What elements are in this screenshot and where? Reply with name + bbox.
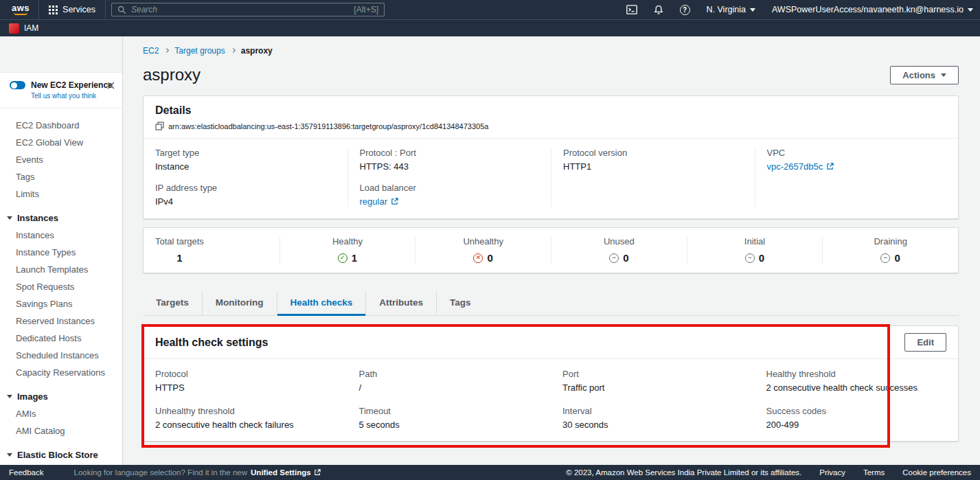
chevron-down-icon [968,8,973,12]
actions-button-label: Actions [902,70,935,80]
main-content: EC2 Target groups asproxy asproxy Action… [123,36,980,465]
footer: Feedback Looking for language selection?… [0,465,980,480]
copy-icon[interactable] [155,122,164,130]
tab-attributes[interactable]: Attributes [365,291,436,315]
sidebar-item-tags[interactable]: Tags [0,168,122,185]
tab-targets[interactable]: Targets [143,291,202,315]
minus-circle-icon: − [745,253,755,263]
stat-healthy: Healthy ✓ 1 [280,236,415,264]
close-icon[interactable] [107,82,115,89]
actions-button[interactable]: Actions [890,66,959,84]
details-card: Details arn:aws:elasticloadbalancing:us-… [143,95,959,219]
nav-right: ? N. Virginia AWSPowerUserAccess/navanee… [626,5,973,15]
edit-button[interactable]: Edit [904,333,946,352]
field-ip-address-type: IP address type IPv4 [155,183,336,207]
sidebar-item-capacity-reservations[interactable]: Capacity Reservations [0,364,122,381]
new-experience-subtitle[interactable]: Tell us what you think [31,92,114,100]
services-menu[interactable]: Services [39,0,105,19]
tab-health-checks[interactable]: Health checks [277,291,366,315]
tab-tags[interactable]: Tags [436,291,484,315]
new-experience-toggle[interactable] [10,81,25,89]
sidebar-section-label: Instances [17,213,58,223]
chevron-right-icon [231,48,236,53]
nav-divider [105,0,106,19]
field-healthy-threshold: Healthy threshold 2 consecutive health c… [755,369,959,393]
sidebar-item-instance-types[interactable]: Instance Types [0,244,122,261]
health-check-settings-title: Health check settings [155,336,269,349]
cloudshell-button[interactable] [626,5,637,14]
field-load-balancer: Load balancer regular [360,183,540,207]
sidebar-item-ec2-global-view[interactable]: EC2 Global View [0,134,122,151]
field-protocol-port: Protocol : Port HTTPS: 443 [360,148,540,172]
sidebar-section-instances[interactable]: Instances [0,209,122,227]
help-icon: ? [680,5,690,15]
field-target-type: Target type Instance [155,148,336,172]
field-success-codes: Success codes 200-499 [755,406,959,430]
sidebar-item-instances[interactable]: Instances [0,227,122,244]
sidebar-item-spot-requests[interactable]: Spot Requests [0,278,122,295]
cookie-preferences-link[interactable]: Cookie preferences [902,468,971,477]
sidebar-item-scheduled-instances[interactable]: Scheduled Instances [0,347,122,364]
region-selector[interactable]: N. Virginia [707,5,755,14]
sidebar-item-savings-plans[interactable]: Savings Plans [0,295,122,312]
edit-button-label: Edit [917,337,934,347]
new-experience-panel: New EC2 Experience Tell us what you thin… [0,72,122,108]
notifications-button[interactable] [654,5,663,15]
aws-logo[interactable]: aws [3,4,38,15]
search-box[interactable]: [Alt+S] [111,3,385,16]
tab-monitoring[interactable]: Monitoring [202,291,277,315]
help-button[interactable]: ? [680,5,690,15]
sidebar-nav: EC2 Dashboard EC2 Global View Events Tag… [0,108,122,465]
breadcrumb-ec2[interactable]: EC2 [143,46,159,56]
stat-initial: Initial − 0 [687,236,823,264]
page-body: New EC2 Experience Tell us what you thin… [0,36,980,465]
sidebar-item-limits[interactable]: Limits [0,185,122,203]
privacy-link[interactable]: Privacy [819,468,845,477]
minus-circle-icon: − [880,253,890,263]
unified-settings-link[interactable]: Unified Settings [251,468,321,477]
field-port: Port Traffic port [551,369,755,393]
stat-unhealthy: Unhealthy ✕ 0 [415,236,551,264]
chevron-right-icon [164,48,169,53]
minus-circle-icon: − [609,253,619,263]
feedback-link[interactable]: Feedback [9,468,44,477]
vpc-link[interactable]: vpc-2657db5c [767,161,834,172]
healthy-check-icon: ✓ [338,253,347,263]
search-input[interactable] [131,5,349,14]
sidebar-section-label: Elastic Block Store [17,450,98,460]
sidebar-item-launch-templates[interactable]: Launch Templates [0,261,122,278]
sidebar-item-ec2-dashboard[interactable]: EC2 Dashboard [0,117,122,134]
targets-summary-card: Total targets 1 Healthy ✓ 1 Unhealthy [143,227,959,273]
sidebar-item-reserved-instances[interactable]: Reserved Instances [0,312,122,330]
health-check-settings-card: Health check settings Edit Protocol HTTP… [143,325,959,442]
sidebar-item-dedicated-hosts[interactable]: Dedicated Hosts [0,330,122,347]
load-balancer-link[interactable]: regular [360,196,398,207]
field-path: Path / [347,369,551,393]
new-experience-title: New EC2 Experience [31,80,113,90]
chevron-expanded-icon [7,453,12,457]
external-link-icon [826,163,834,170]
sidebar-section-elastic-block-store[interactable]: Elastic Block Store [0,446,122,464]
terms-link[interactable]: Terms [863,468,885,477]
sidebar-item-amis[interactable]: AMIs [0,405,122,422]
sidebar-section-images[interactable]: Images [0,388,122,405]
region-label: N. Virginia [707,5,746,14]
favorites-bar: IAM [0,19,980,36]
stat-draining: Draining − 0 [822,236,958,264]
stat-unused: Unused − 0 [551,236,687,264]
account-menu[interactable]: AWSPowerUserAccess/navaneeth.kn@harness.… [772,5,973,14]
account-label: AWSPowerUserAccess/navaneeth.kn@harness.… [772,5,964,14]
external-link-icon [391,198,398,205]
favorite-iam-link[interactable]: IAM [24,23,38,33]
breadcrumb-target-groups[interactable]: Target groups [174,46,225,56]
notifications-bell-icon [654,5,663,15]
search-icon [117,5,126,14]
details-title: Details [155,104,946,117]
chevron-expanded-icon [7,216,12,220]
breadcrumb-current: asproxy [241,46,273,56]
cloudshell-icon [626,5,637,14]
sidebar-item-events[interactable]: Events [0,151,122,168]
page-title: asproxy [143,65,201,84]
sidebar-item-ami-catalog[interactable]: AMI Catalog [0,422,122,439]
field-interval: Interval 30 seconds [551,406,755,430]
